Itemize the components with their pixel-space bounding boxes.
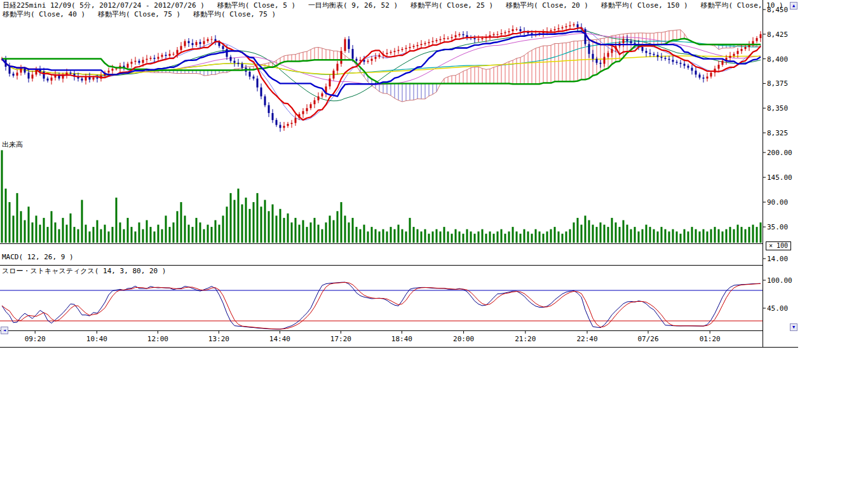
axes-and-borders <box>0 0 798 348</box>
ichimoku-cloud <box>2 30 761 102</box>
scroll-up-button[interactable]: ▲ <box>790 2 797 10</box>
right-axis-labels: 8,4508,4258,4008,3758,3508,325200.00145.… <box>763 6 792 313</box>
svg-text:21:20: 21:20 <box>515 335 536 343</box>
svg-text:10:40: 10:40 <box>86 335 107 343</box>
volume-multiplier-badge: × 100 <box>766 241 791 250</box>
svg-text:8,450: 8,450 <box>767 6 788 14</box>
svg-text:01:20: 01:20 <box>700 335 721 343</box>
svg-text:100.00: 100.00 <box>767 276 792 285</box>
svg-text:13:20: 13:20 <box>208 335 229 343</box>
stochastics-lines <box>2 282 761 329</box>
svg-text:20:00: 20:00 <box>453 335 474 343</box>
stochastics-pane-label: スロー・ストキャスティクス( 14, 3, 80, 20 ) <box>2 266 166 276</box>
svg-text:8,350: 8,350 <box>767 104 788 112</box>
macd-pane-label: MACD( 12, 26, 9 ) <box>2 253 74 261</box>
svg-text:90.00: 90.00 <box>767 198 788 207</box>
svg-text:45.00: 45.00 <box>767 304 788 313</box>
scroll-down-button[interactable]: ▼ <box>790 323 797 331</box>
svg-text:07/26: 07/26 <box>637 335 658 343</box>
svg-text:145.00: 145.00 <box>767 173 792 182</box>
svg-text:14.00: 14.00 <box>767 255 788 263</box>
svg-text:22:40: 22:40 <box>576 335 597 343</box>
time-axis-labels: 09:2010:4012:0013:2014:4017:2018:4020:00… <box>25 331 721 344</box>
svg-text:8,425: 8,425 <box>767 30 788 39</box>
svg-text:17:20: 17:20 <box>330 335 351 343</box>
volume-pane-label: 出来高 <box>2 140 23 149</box>
volume-bars <box>1 150 762 243</box>
svg-text:8,400: 8,400 <box>767 55 788 64</box>
svg-text:14:40: 14:40 <box>269 335 290 343</box>
svg-text:18:40: 18:40 <box>391 335 412 343</box>
svg-text:12:00: 12:00 <box>147 335 168 343</box>
svg-text:35.00: 35.00 <box>767 223 788 231</box>
svg-text:8,375: 8,375 <box>767 79 788 88</box>
chart-application-window: 日経225mini 12/09( 5分, 2012/07/24 - 2012/0… <box>0 0 868 488</box>
chart-plot-area[interactable]: 8,4508,4258,4008,3758,3508,325200.00145.… <box>0 0 868 356</box>
candlestick-layer <box>1 22 762 132</box>
svg-text:8,325: 8,325 <box>767 129 788 137</box>
svg-text:200.00: 200.00 <box>767 149 792 157</box>
svg-text:09:20: 09:20 <box>25 335 46 343</box>
scroll-left-button[interactable]: ◄ <box>1 327 8 334</box>
